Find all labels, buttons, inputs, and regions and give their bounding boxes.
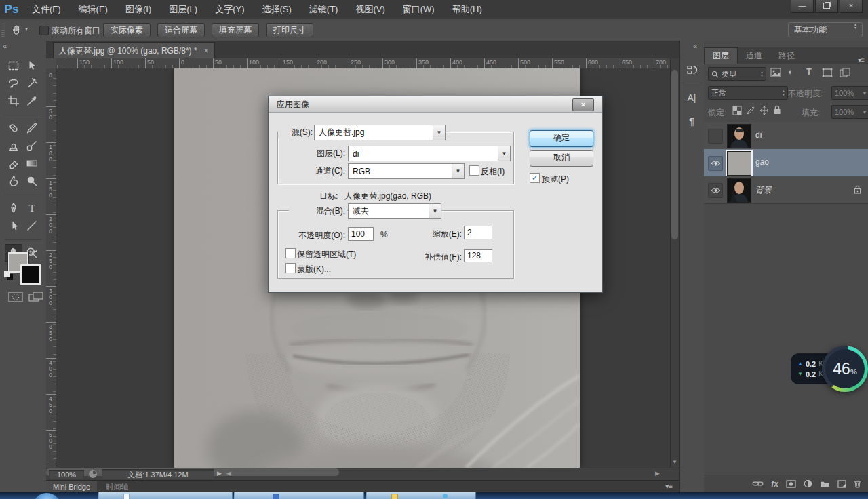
- path-selection-tool[interactable]: [5, 217, 22, 235]
- collapse-dock-icon[interactable]: «: [3, 42, 7, 50]
- lock-all-icon[interactable]: [773, 105, 781, 115]
- menu-item-1[interactable]: 编辑(E): [70, 0, 117, 19]
- layer-combo[interactable]: di ▼: [348, 146, 511, 161]
- filter-pixel-layers-icon[interactable]: [770, 68, 781, 77]
- layers-panel-menu-icon[interactable]: ▾≡: [858, 56, 864, 64]
- view-button-1[interactable]: 适合屏幕: [157, 23, 205, 37]
- visibility-toggle[interactable]: [708, 156, 723, 171]
- move-tool[interactable]: [23, 57, 41, 75]
- options-bar-grip[interactable]: [1, 22, 5, 38]
- eraser-tool[interactable]: [5, 155, 22, 172]
- filter-adjustment-layers-icon[interactable]: ◐: [788, 66, 793, 77]
- delete-layer-icon[interactable]: [854, 480, 861, 488]
- zoom-level-field[interactable]: 100%: [49, 470, 84, 479]
- layer-filter-type-combo[interactable]: 类型 ▴▾: [708, 67, 766, 81]
- tool-preset-caret-icon[interactable]: ▾: [25, 26, 28, 32]
- status-menu-arrow-icon[interactable]: ▶: [217, 470, 222, 477]
- hand-tool-icon[interactable]: [11, 24, 23, 36]
- workspace-switcher[interactable]: 基本功能 ▴▾: [788, 22, 863, 37]
- document-tab-close-icon[interactable]: ×: [204, 46, 209, 56]
- memory-usage-ball[interactable]: 46%: [822, 346, 868, 392]
- taskbar-button[interactable]: [366, 492, 476, 499]
- opacity-combo[interactable]: 100% ▾: [831, 86, 868, 100]
- view-button-2[interactable]: 填充屏幕: [212, 23, 259, 37]
- default-colors-icon[interactable]: [4, 271, 10, 277]
- visibility-toggle[interactable]: [708, 129, 723, 144]
- history-brush-tool[interactable]: [23, 137, 41, 155]
- document-info[interactable]: 文档:1.37M/4.12M: [102, 469, 214, 479]
- tab-paths[interactable]: 路径: [770, 48, 803, 64]
- filter-smart-objects-icon[interactable]: [840, 68, 850, 77]
- restore-button[interactable]: [815, 0, 838, 13]
- quick-mask-button[interactable]: [8, 292, 23, 302]
- layer-row-background[interactable]: 背景: [704, 176, 868, 204]
- tab-layers[interactable]: 图层: [704, 47, 738, 64]
- spot-healing-brush-tool[interactable]: [5, 119, 22, 137]
- layer-name[interactable]: gao: [755, 157, 769, 167]
- menu-item-0[interactable]: 文件(F): [23, 0, 70, 19]
- menu-item-3[interactable]: 图层(L): [160, 0, 206, 19]
- windows-taskbar[interactable]: [0, 492, 868, 499]
- minimize-button[interactable]: —: [791, 0, 814, 13]
- magic-wand-tool[interactable]: [23, 75, 41, 92]
- rectangular-marquee-tool[interactable]: [5, 57, 22, 75]
- menu-item-9[interactable]: 帮助(H): [443, 0, 491, 19]
- character-panel-icon[interactable]: A|: [682, 87, 702, 108]
- preview-checkbox[interactable]: ✓: [530, 173, 540, 183]
- crop-tool[interactable]: [5, 92, 22, 110]
- layer-name[interactable]: di: [755, 130, 762, 140]
- cancel-button[interactable]: 取消: [530, 150, 593, 167]
- tab-channels[interactable]: 通道: [738, 48, 770, 64]
- add-layer-mask-icon[interactable]: [786, 480, 796, 488]
- taskbar-button[interactable]: [234, 492, 364, 499]
- opacity-input[interactable]: [348, 227, 374, 241]
- lasso-tool[interactable]: [5, 75, 22, 92]
- vertical-scrollbar-thumb[interactable]: [671, 70, 678, 239]
- background-color-swatch[interactable]: [20, 264, 41, 285]
- invert-checkbox[interactable]: [469, 165, 479, 176]
- history-panel-icon[interactable]: [682, 57, 702, 83]
- scroll-all-windows-checkbox[interactable]: [39, 26, 49, 35]
- source-combo[interactable]: 人像更替.jpg ▼: [314, 125, 446, 140]
- document-tab[interactable]: 人像更替.jpg @ 100% (gao, RGB/8*) * ×: [53, 42, 215, 59]
- clone-stamp-tool[interactable]: [5, 137, 22, 155]
- scroll-down-icon[interactable]: ▼: [671, 458, 679, 466]
- scale-input[interactable]: [464, 226, 492, 239]
- mask-checkbox[interactable]: [285, 263, 296, 273]
- menu-item-8[interactable]: 窗口(W): [394, 0, 443, 19]
- line-tool[interactable]: [23, 217, 41, 235]
- visibility-toggle[interactable]: [708, 183, 723, 198]
- scroll-right-icon[interactable]: ▶: [655, 470, 660, 477]
- layer-thumbnail[interactable]: [727, 151, 751, 176]
- link-layers-icon[interactable]: [752, 480, 764, 487]
- channel-combo[interactable]: RGB ▼: [348, 163, 465, 179]
- screen-mode-button[interactable]: [28, 292, 43, 302]
- preserve-transparency-checkbox[interactable]: [285, 248, 296, 258]
- brush-tool[interactable]: [23, 119, 41, 137]
- tab-mini-bridge[interactable]: Mini Bridge: [46, 481, 97, 493]
- pen-tool[interactable]: [5, 199, 22, 217]
- taskbar-button[interactable]: [98, 492, 233, 499]
- view-button-0[interactable]: 实际像素: [103, 23, 151, 37]
- new-group-icon[interactable]: [820, 480, 830, 487]
- panel-menu-icon[interactable]: ▾≡: [665, 483, 673, 490]
- layer-thumbnail[interactable]: [727, 178, 751, 203]
- layer-row-di[interactable]: di: [704, 122, 868, 150]
- filter-type-layers-icon[interactable]: T: [806, 66, 812, 77]
- menu-item-2[interactable]: 图像(I): [117, 0, 160, 19]
- lock-transparency-icon[interactable]: [732, 106, 742, 115]
- swap-colors-icon[interactable]: [30, 248, 39, 258]
- dialog-title[interactable]: 应用图像: [269, 96, 602, 113]
- lock-position-icon[interactable]: [760, 106, 769, 115]
- fill-combo[interactable]: 100% ▾: [831, 105, 868, 119]
- blend-combo[interactable]: 减去 ▼: [348, 203, 441, 219]
- menu-item-5[interactable]: 选择(S): [253, 0, 300, 19]
- dodge-tool[interactable]: [23, 172, 41, 190]
- menu-item-4[interactable]: 文字(Y): [206, 0, 253, 19]
- offset-input[interactable]: [464, 249, 492, 262]
- lock-paint-icon[interactable]: [746, 106, 755, 115]
- close-button[interactable]: ×: [840, 0, 863, 13]
- menu-item-7[interactable]: 视图(V): [347, 0, 393, 19]
- view-button-3[interactable]: 打印尺寸: [266, 23, 313, 37]
- new-layer-icon[interactable]: [837, 480, 846, 488]
